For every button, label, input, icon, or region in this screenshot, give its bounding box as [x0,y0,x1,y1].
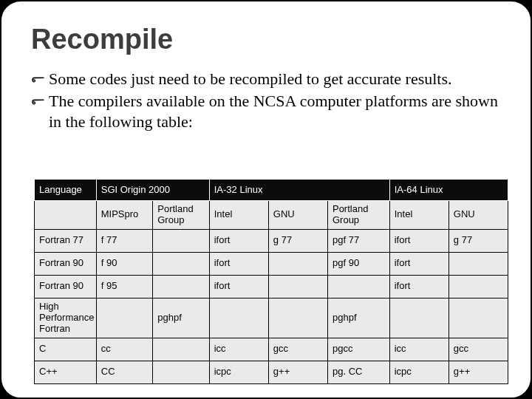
table-cell: Fortran 90 [35,275,97,298]
table-cell: g 77 [449,229,508,252]
table-cell: f 77 [96,229,152,252]
table-header-cell: SGI Origin 2000 [96,180,209,201]
table-cell: Fortran 90 [35,252,97,275]
table-cell: ifort [209,252,268,275]
table-cell: icc [389,338,449,361]
table-cell: Fortran 77 [35,229,97,252]
table-cell [35,201,97,230]
table-cell: Portland Group [327,201,389,230]
table-cell: g++ [268,361,327,383]
table-cell: pgf 77 [327,229,389,252]
table-cell [96,298,152,338]
table-cell: icc [209,338,268,361]
table-row: Fortran 90 f 90 ifort pgf 90 ifort [35,252,508,275]
table-cell: gcc [268,338,327,361]
table-cell [449,252,508,275]
table-cell: pghpf [327,298,389,338]
table-cell [153,338,209,361]
table-cell [449,298,508,338]
table-cell [153,252,209,275]
table-cell: High Performance Fortran [35,298,97,338]
bullet-list: ൳ Some codes just need to be recompiled … [31,69,501,132]
bullet-item: ൳ Some codes just need to be recompiled … [31,69,501,89]
compiler-table: Language SGI Origin 2000 IA-32 Linux IA-… [34,179,508,384]
table-cell: Intel [389,201,449,230]
table-cell: pghpf [153,298,209,338]
table-header-cell: Language [35,180,97,201]
table-cell: GNU [268,201,327,230]
table-cell: g++ [449,361,508,383]
table-cell: pgcc [327,338,389,361]
table-cell: f 95 [96,275,152,298]
table: Language SGI Origin 2000 IA-32 Linux IA-… [34,179,508,384]
table-cell: ifort [209,229,268,252]
table-cell: Intel [209,201,268,230]
table-cell: MIPSpro [96,201,152,230]
table-subheader-row: MIPSpro Portland Group Intel GNU Portlan… [35,201,508,230]
table-cell [268,298,327,338]
table-cell: ifort [389,229,449,252]
table-cell: g 77 [268,229,327,252]
table-cell: icpc [389,361,449,383]
slide: Recompile ൳ Some codes just need to be r… [0,0,532,399]
bullet-marker-icon: ൳ [31,91,49,132]
table-row: High Performance Fortran pghpf pghpf [35,298,508,338]
table-row: C++ CC icpc g++ pg. CC icpc g++ [35,361,508,383]
table-cell [389,298,449,338]
table-cell [153,275,209,298]
table-cell: Portland Group [153,201,209,230]
table-cell: cc [96,338,152,361]
table-cell: ifort [389,275,449,298]
table-cell: C++ [35,361,97,383]
table-row: C cc icc gcc pgcc icc gcc [35,338,508,361]
table-cell [268,252,327,275]
table-cell: C [35,338,97,361]
table-cell [209,298,268,338]
table-cell: f 90 [96,252,152,275]
table-cell: pgf 90 [327,252,389,275]
table-cell [153,361,209,383]
table-cell [327,275,389,298]
table-cell: icpc [209,361,268,383]
bullet-marker-icon: ൳ [31,69,49,89]
table-cell [153,229,209,252]
table-row: Fortran 77 f 77 ifort g 77 pgf 77 ifort … [35,229,508,252]
table-header-cell: IA-32 Linux [209,180,389,201]
table-cell: ifort [209,275,268,298]
table-row: Fortran 90 f 95 ifort ifort [35,275,508,298]
table-cell: ifort [389,252,449,275]
page-title: Recompile [31,24,501,55]
table-cell [268,275,327,298]
table-header-cell: IA-64 Linux [389,180,508,201]
table-cell: GNU [449,201,508,230]
table-header-row: Language SGI Origin 2000 IA-32 Linux IA-… [35,180,508,201]
table-cell: pg. CC [327,361,389,383]
bullet-text: The compilers available on the NCSA comp… [49,91,501,132]
table-cell: CC [96,361,152,383]
table-cell [449,275,508,298]
bullet-item: ൳ The compilers available on the NCSA co… [31,91,501,132]
table-cell: gcc [449,338,508,361]
bullet-text: Some codes just need to be recompiled to… [49,69,501,89]
